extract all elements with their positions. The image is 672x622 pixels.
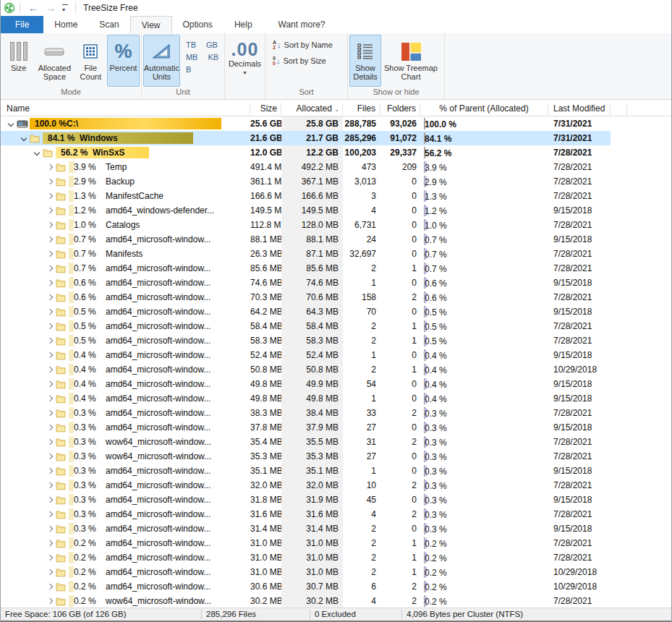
unit-b-button[interactable]: B — [184, 64, 192, 76]
file-count-button[interactable]: File Count — [75, 35, 107, 87]
tree-expander[interactable] — [44, 584, 56, 589]
tree-expander[interactable] — [44, 469, 56, 473]
table-row[interactable]: 0.3 %wow64_microsoft-window... 35.4 MB 3… — [1, 435, 671, 449]
table-row[interactable]: 1.2 %amd64_windows-defender... 149.5 MB … — [1, 203, 671, 218]
table-row[interactable]: 0.3 %amd64_microsoft-window... 31.4 MB 3… — [1, 521, 671, 536]
automatic-units-button[interactable]: Automatic Units — [143, 35, 180, 87]
table-row[interactable]: 0.2 %amd64_microsoft-window... 31.0 MB 3… — [1, 536, 671, 550]
tree-expander[interactable] — [44, 454, 56, 459]
column-header-pct-of-parent[interactable]: % of Parent (Allocated) — [420, 103, 548, 115]
table-row[interactable]: 0.3 %amd64_microsoft-window... 35.1 MB 3… — [1, 464, 671, 478]
table-row[interactable]: 0.5 %amd64_microsoft-window... 58.3 MB 5… — [1, 333, 671, 348]
table-row[interactable]: 0.6 %amd64_microsoft-window... 70.3 MB 7… — [1, 290, 671, 304]
forward-button[interactable]: → — [42, 1, 59, 15]
allocated-space-button[interactable]: Allocated Space — [35, 35, 75, 87]
tab-options[interactable]: Options — [172, 16, 224, 33]
table-row[interactable]: 0.3 %amd64_microsoft-window... 32.0 MB 3… — [1, 478, 671, 493]
tree-expander[interactable] — [44, 237, 56, 242]
tree-expander[interactable] — [44, 367, 56, 372]
tree-expander[interactable] — [44, 266, 56, 270]
table-row[interactable]: 0.5 %amd64_microsoft-window... 58.4 MB 5… — [1, 319, 671, 333]
percent-mode-button[interactable]: % Percent — [107, 35, 140, 87]
tree-expander[interactable] — [44, 411, 56, 415]
back-button[interactable]: ← — [25, 1, 42, 15]
column-header-folders[interactable]: Folders — [380, 103, 420, 115]
tab-want-more[interactable]: Want more? — [268, 16, 336, 33]
table-row[interactable]: 0.3 %amd64_microsoft-window... 37.8 MB 3… — [1, 420, 671, 435]
table-row[interactable]: 0.4 %amd64_microsoft-window... 49.8 MB 4… — [1, 377, 671, 391]
tree-expander[interactable] — [18, 136, 30, 140]
tree-expander[interactable] — [44, 382, 56, 386]
tree-expander[interactable] — [44, 483, 56, 487]
table-row[interactable]: 0.7 %amd64_microsoft-window... 88.1 MB 8… — [1, 232, 671, 247]
tree-expander[interactable] — [31, 150, 43, 155]
table-row[interactable]: 0.5 %amd64_microsoft-window... 64.2 MB 6… — [1, 304, 671, 319]
table-row[interactable]: 1.0 %Catalogs 112.8 MB 128.0 MB 6,731 0 … — [1, 218, 671, 232]
customize-toolbar-caret-icon[interactable]: ▾ — [59, 4, 71, 13]
unit-mb-button[interactable]: MB — [184, 51, 200, 64]
tree-expander[interactable] — [44, 527, 56, 531]
table-row[interactable]: 0.2 %wow64_microsoft-window... 30.2 MB 3… — [1, 594, 671, 608]
tree-expander[interactable] — [44, 425, 56, 430]
table-row[interactable]: 1.3 %ManifestCache 166.6 MB 166.6 MB 3 0… — [1, 189, 671, 203]
tree-expander[interactable] — [44, 281, 56, 285]
tab-help[interactable]: Help — [224, 16, 263, 33]
column-header-size[interactable]: Size — [250, 103, 281, 115]
column-header-files[interactable]: Files — [343, 103, 380, 115]
tree-expander[interactable] — [44, 440, 56, 444]
table-row[interactable]: 0.6 %amd64_microsoft-window... 74.6 MB 7… — [1, 276, 671, 290]
tree-expander[interactable] — [44, 498, 56, 502]
table-row[interactable]: 0.3 %amd64_microsoft-window... 31.6 MB 3… — [1, 507, 671, 521]
size-mode-button[interactable]: Size — [2, 35, 35, 87]
table-row[interactable]: 0.7 %amd64_microsoft-window... 85.6 MB 8… — [1, 261, 671, 276]
tree-expander[interactable] — [44, 194, 56, 198]
table-row[interactable]: 0.4 %amd64_microsoft-window... 52.4 MB 5… — [1, 348, 671, 362]
table-row[interactable]: 0.2 %amd64_microsoft-window... 30.6 MB 3… — [1, 579, 671, 594]
table-row[interactable]: 56.2 %WinSxS 12.0 GB 12.2 GB 100,203 29,… — [1, 145, 671, 160]
tree-expander[interactable] — [44, 223, 56, 227]
table-row[interactable]: 0.3 %wow64_microsoft-window... 35.3 MB 3… — [1, 449, 671, 464]
tree-expander[interactable] — [44, 555, 56, 560]
unit-kb-button[interactable]: KB — [206, 51, 220, 64]
table-row[interactable]: 0.4 %amd64_microsoft-window... 49.8 MB 4… — [1, 391, 671, 406]
table-row[interactable]: 0.3 %amd64_microsoft-window... 31.8 MB 3… — [1, 493, 671, 507]
tree-expander[interactable] — [44, 252, 56, 256]
tree-expander[interactable] — [44, 179, 56, 184]
table-row[interactable]: 84.1 %Windows 21.6 GB 21.7 GB 285,296 91… — [1, 131, 671, 145]
table-row[interactable]: 100.0 %C:\ 25.6 GB 25.8 GB 288,785 93,02… — [1, 116, 671, 131]
tab-home[interactable]: Home — [43, 16, 88, 33]
tree-expander[interactable] — [44, 208, 56, 213]
tab-view[interactable]: View — [130, 16, 172, 33]
tree-expander[interactable] — [5, 122, 17, 126]
tree-expander[interactable] — [44, 165, 56, 169]
table-row[interactable]: 0.3 %amd64_microsoft-window... 38.3 MB 3… — [1, 406, 671, 420]
tree-expander[interactable] — [44, 396, 56, 401]
column-header-name[interactable]: Name — [1, 103, 250, 115]
show-details-button[interactable]: Show Details — [349, 35, 381, 87]
tree-expander[interactable] — [44, 353, 56, 357]
tab-scan[interactable]: Scan — [88, 16, 129, 33]
unit-tb-button[interactable]: TB — [184, 39, 197, 51]
tree-expander[interactable] — [44, 295, 56, 299]
sort-by-size-button[interactable]: 90↓ Sort by Size — [270, 55, 336, 67]
column-header-last-modified[interactable]: Last Modified — [548, 103, 611, 115]
unit-gb-button[interactable]: GB — [205, 39, 219, 51]
tree-expander[interactable] — [44, 338, 56, 343]
tree-expander[interactable] — [44, 570, 56, 574]
table-row[interactable]: 3.9 %Temp 491.4 MB 492.2 MB 473 209 3.9 … — [1, 160, 671, 174]
tree-expander[interactable] — [44, 324, 56, 328]
table-row[interactable]: 0.2 %amd64_microsoft-window... 31.0 MB 3… — [1, 565, 671, 579]
table-row[interactable]: 2.9 %Backup 361.1 MB 367.1 MB 3,013 0 2.… — [1, 174, 671, 189]
tree-expander[interactable] — [44, 599, 56, 603]
table-row[interactable]: 0.4 %amd64_microsoft-window... 50.8 MB 5… — [1, 362, 671, 377]
table-row[interactable]: 0.2 %amd64_microsoft-window... 31.0 MB 3… — [1, 550, 671, 565]
column-header-allocated[interactable]: Allocated ⌄ — [281, 103, 343, 115]
tree-expander[interactable] — [44, 310, 56, 314]
table-row[interactable]: 0.7 %Manifests 26.3 MB 87.1 MB 32,697 0 … — [1, 247, 671, 261]
sort-by-name-button[interactable]: AZ↓ Sort by Name — [270, 39, 336, 51]
decimals-button[interactable]: .00 Decimals ▾ — [226, 35, 263, 76]
tree-expander[interactable] — [44, 512, 56, 516]
tab-file[interactable]: File — [1, 16, 43, 33]
tree-expander[interactable] — [44, 541, 56, 545]
show-treemap-chart-button[interactable]: Show Treemap Chart — [381, 35, 441, 87]
